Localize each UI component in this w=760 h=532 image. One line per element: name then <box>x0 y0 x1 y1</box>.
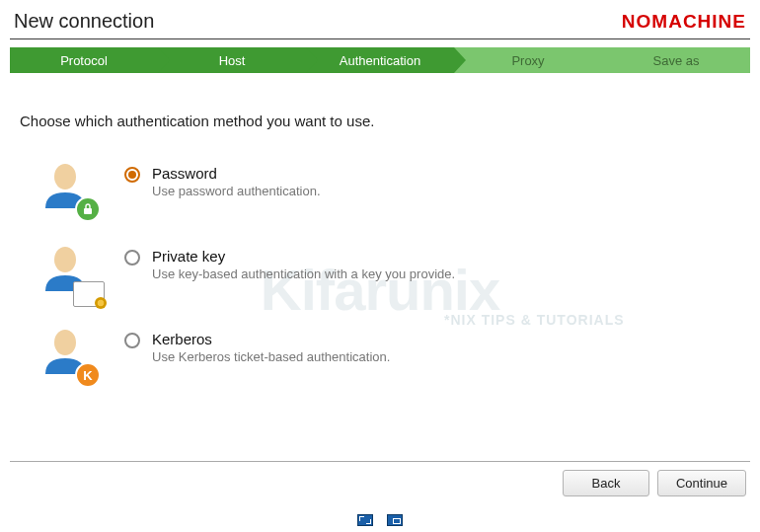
step-label: Authentication <box>340 53 420 68</box>
step-proxy: Proxy <box>454 47 602 73</box>
wizard-steps: Protocol Host Authentication Proxy Save … <box>10 47 750 73</box>
kerberos-icon: K <box>75 362 101 388</box>
step-label: Save as <box>653 53 700 68</box>
fullscreen-icon[interactable] <box>357 514 373 526</box>
brand-logo: NOMACHINE <box>622 11 746 33</box>
avatar-icon: K <box>38 325 97 384</box>
option-desc: Use password authentication. <box>152 184 321 198</box>
svg-point-2 <box>54 247 76 272</box>
step-protocol[interactable]: Protocol <box>10 47 158 73</box>
lock-icon <box>75 196 101 222</box>
back-button[interactable]: Back <box>563 470 649 496</box>
svg-point-0 <box>54 164 76 190</box>
svg-rect-1 <box>84 208 92 214</box>
continue-button[interactable]: Continue <box>657 470 746 496</box>
svg-point-3 <box>54 330 76 355</box>
divider <box>10 461 750 462</box>
option-title: Kerberos <box>152 331 390 347</box>
step-label: Host <box>219 53 246 68</box>
step-host[interactable]: Host <box>158 47 306 73</box>
step-authentication[interactable]: Authentication <box>306 47 454 73</box>
avatar-icon <box>38 159 97 218</box>
radio-password[interactable] <box>124 167 140 183</box>
option-title: Password <box>152 165 321 182</box>
step-label: Proxy <box>511 53 544 68</box>
certificate-icon <box>73 281 105 307</box>
divider <box>10 38 750 39</box>
page-title: New connection <box>14 10 154 33</box>
step-label: Protocol <box>60 53 108 68</box>
prompt-text: Choose which authentication method you w… <box>20 113 740 129</box>
option-desc: Use Kerberos ticket-based authentication… <box>152 349 390 364</box>
avatar-icon <box>38 242 97 301</box>
auth-option-kerberos[interactable]: K Kerberos Use Kerberos ticket-based aut… <box>38 325 740 384</box>
radio-kerberos[interactable] <box>124 333 140 348</box>
auth-option-password[interactable]: Password Use password authentication. <box>38 159 740 218</box>
option-desc: Use key-based authentication with a key … <box>152 266 455 281</box>
step-save-as: Save as <box>602 47 750 73</box>
option-title: Private key <box>152 248 455 265</box>
radio-private-key[interactable] <box>124 250 140 266</box>
auth-option-private-key[interactable]: Private key Use key-based authentication… <box>38 242 740 301</box>
window-icon[interactable] <box>387 514 403 526</box>
